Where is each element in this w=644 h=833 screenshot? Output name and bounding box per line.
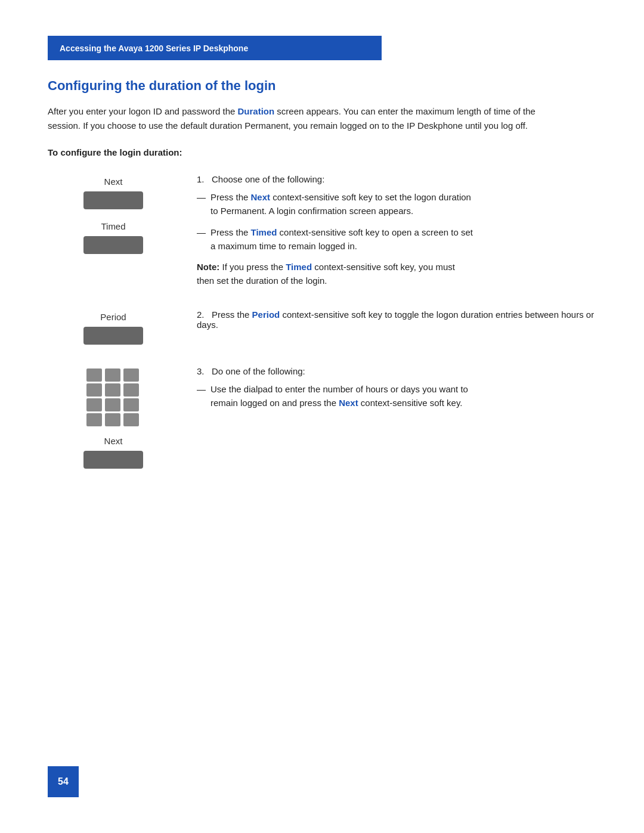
- dialpad-key-6[interactable]: [123, 383, 139, 397]
- dialpad-key-3[interactable]: [123, 368, 139, 382]
- step1-label: 1. Choose one of the following:: [197, 174, 596, 184]
- dialpad-key-0[interactable]: [105, 413, 120, 426]
- dialpad-key-8[interactable]: [105, 398, 120, 411]
- step3-bullet1: — Use the dialpad to enter the number of…: [197, 382, 596, 410]
- step1-device-column: Next Timed: [48, 174, 179, 254]
- page-number: 54: [58, 776, 69, 787]
- step2-description: 2. Press the Period context-sensitive so…: [179, 309, 596, 336]
- sub-heading: To configure the login duration:: [48, 147, 596, 157]
- step1-description: 1. Choose one of the following: — Press …: [179, 174, 596, 288]
- next-highlight-2: Next: [339, 398, 358, 408]
- step-3-row: Next 3. Do one of the following: — Use t…: [48, 366, 596, 469]
- next-key-label: Next: [104, 176, 123, 187]
- step-1-row: Next Timed 1. Choose one of the followin…: [48, 174, 596, 288]
- step3-device-column: Next: [48, 366, 179, 469]
- step3-next-key-label: Next: [104, 436, 123, 446]
- section-title: Configuring the duration of the login: [48, 78, 596, 94]
- step3-label: 3. Do one of the following:: [197, 366, 596, 376]
- bullet-dash-3: —: [197, 382, 206, 410]
- dialpad-key-star[interactable]: [86, 413, 102, 426]
- dialpad-key-4[interactable]: [86, 383, 102, 397]
- step2-device-column: Period: [48, 309, 179, 345]
- note-bold: Note:: [197, 262, 219, 272]
- timed-highlight-2: Timed: [286, 262, 312, 272]
- intro-text-part1: After you enter your logon ID and passwo…: [48, 106, 238, 116]
- step3-description: 3. Do one of the following: — Use the di…: [179, 366, 596, 417]
- dialpad-key-1[interactable]: [86, 368, 102, 382]
- period-soft-key[interactable]: [83, 327, 143, 345]
- bullet-dash-1: —: [197, 190, 206, 218]
- intro-paragraph: After you enter your logon ID and passwo…: [48, 104, 537, 133]
- dialpad-grid: [86, 368, 140, 426]
- intro-duration-highlight: Duration: [238, 106, 275, 116]
- timed-soft-key[interactable]: [83, 236, 143, 254]
- dialpad-key-5[interactable]: [105, 383, 120, 397]
- step1-bullet2: — Press the Timed context-sensitive soft…: [197, 225, 596, 253]
- period-key-label: Period: [100, 312, 126, 322]
- dialpad-key-hash[interactable]: [123, 413, 139, 426]
- next-soft-key[interactable]: [83, 191, 143, 209]
- dialpad-key-2[interactable]: [105, 368, 120, 382]
- step2-label: 2. Press the Period context-sensitive so…: [197, 309, 596, 330]
- bullet-dash-2: —: [197, 225, 206, 253]
- next-highlight-1: Next: [251, 192, 271, 202]
- dialpad-key-9[interactable]: [123, 398, 139, 411]
- step-2-row: Period 2. Press the Period context-sensi…: [48, 309, 596, 345]
- step1-bullet2-text: Press the Timed context-sensitive soft k…: [210, 225, 473, 253]
- header-banner-text: Accessing the Avaya 1200 Series IP Deskp…: [60, 44, 248, 53]
- page-footer: 54: [48, 766, 79, 797]
- step3-bullet1-text: Use the dialpad to enter the number of h…: [210, 382, 473, 410]
- dialpad-key-7[interactable]: [86, 398, 102, 411]
- step1-bullet1: — Press the Next context-sensitive soft …: [197, 190, 596, 218]
- header-banner: Accessing the Avaya 1200 Series IP Deskp…: [48, 36, 382, 60]
- timed-key-label: Timed: [101, 221, 125, 231]
- step3-next-soft-key[interactable]: [83, 451, 143, 469]
- page-container: Accessing the Avaya 1200 Series IP Deskp…: [0, 0, 644, 538]
- step1-bullet1-text: Press the Next context-sensitive soft ke…: [210, 190, 473, 218]
- content-area: Next Timed 1. Choose one of the followin…: [48, 174, 596, 490]
- period-highlight: Period: [252, 309, 280, 320]
- step1-note: Note: If you press the Timed context-sen…: [197, 260, 459, 288]
- timed-highlight-1: Timed: [251, 227, 277, 237]
